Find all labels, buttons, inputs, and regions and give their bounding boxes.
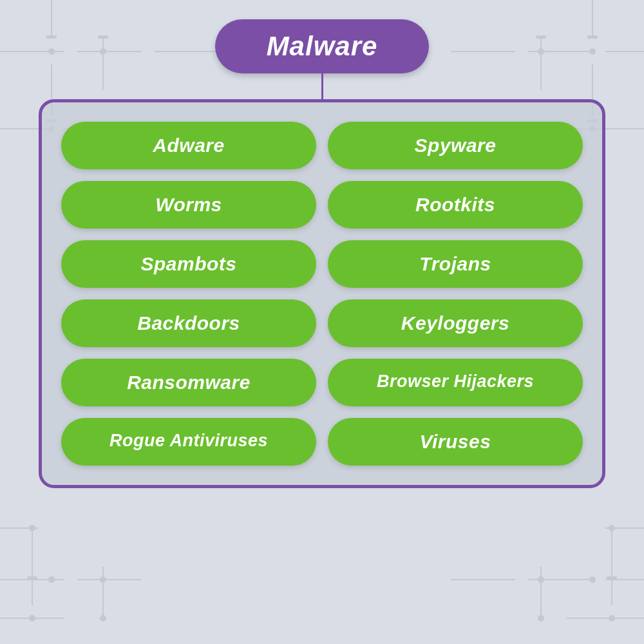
category-pill-keyloggers: Keyloggers — [328, 299, 583, 347]
category-pill-spambots: Spambots — [61, 240, 316, 288]
category-pill-worms: Worms — [61, 181, 316, 229]
categories-container: AdwareSpywareWormsRootkitsSpambotsTrojan… — [39, 99, 605, 488]
category-pill-viruses: Viruses — [328, 418, 583, 466]
category-pill-adware: Adware — [61, 122, 316, 169]
category-pill-ransomware: Ransomware — [61, 359, 316, 406]
category-pill-backdoors: Backdoors — [61, 299, 316, 347]
category-pill-spyware: Spyware — [328, 122, 583, 169]
category-pill-trojans: Trojans — [328, 240, 583, 288]
connector-line — [321, 73, 323, 99]
category-pill-rootkits: Rootkits — [328, 181, 583, 229]
page-content: Malware AdwareSpywareWormsRootkitsSpambo… — [0, 0, 644, 644]
category-pill-browser-hijackers: Browser Hijackers — [328, 359, 583, 406]
category-pill-rogue-antiviruses: Rogue Antiviruses — [61, 418, 316, 466]
malware-title: Malware — [215, 19, 430, 73]
